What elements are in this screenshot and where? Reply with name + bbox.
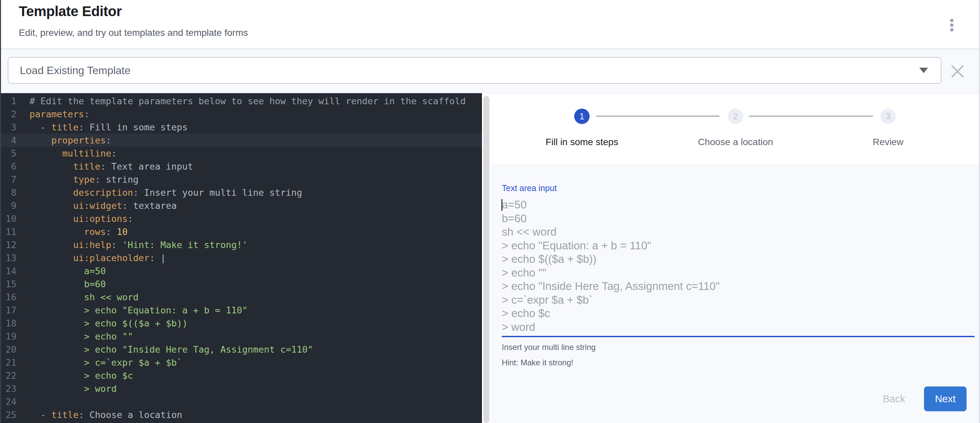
code-text: parameters: <box>16 108 89 120</box>
line-number: 20 <box>1 343 16 356</box>
code-line: 8 description: Insert your multi line st… <box>1 186 482 199</box>
textarea-placeholder-line: > echo $(($a + $b)) <box>502 252 975 266</box>
code-text: ui:help: 'Hint: Make it strong!' <box>16 238 248 251</box>
code-text: > echo $c <box>16 369 133 382</box>
textarea-placeholder-line: sh << word <box>502 225 975 239</box>
form-preview-pane: 1Fill in some steps2Choose a location3Re… <box>491 93 980 423</box>
code-line: 3 - title: Fill in some steps <box>1 120 482 134</box>
code-line: 19 > echo "" <box>1 330 482 343</box>
code-line: 25 - title: Choose a location <box>1 408 482 421</box>
code-line: 14 a=50 <box>1 265 482 277</box>
code-text: multiline: <box>16 147 117 160</box>
close-icon <box>950 64 965 79</box>
page-title: Template Editor <box>19 3 122 19</box>
code-line: 7 type: string <box>1 173 482 186</box>
code-line: 12 ui:help: 'Hint: Make it strong!' <box>1 238 482 251</box>
code-line: 5 multiline: <box>1 147 482 160</box>
textarea-placeholder-line: > echo "Inside Here Tag, Assignment c=11… <box>502 280 975 293</box>
code-line: 2parameters: <box>1 108 482 120</box>
template-editor-page: Template Editor Edit, preview, and try o… <box>0 0 980 423</box>
field-description: Insert your multi line string <box>502 342 975 352</box>
textarea-placeholder-line: > c=`expr $a + $b` <box>502 293 975 307</box>
code-line: 10 ui:options: <box>1 212 482 225</box>
code-text: # Edit the template parameters below to … <box>16 95 466 108</box>
line-number: 6 <box>1 160 16 173</box>
editor-scrollbar-thumb[interactable] <box>483 96 489 423</box>
line-number: 15 <box>1 277 16 291</box>
code-text: - title: Choose a location <box>16 408 182 421</box>
step-circle-2: 2 <box>728 109 743 124</box>
line-number: 14 <box>1 265 16 277</box>
code-text: - title: Fill in some steps <box>16 120 188 134</box>
code-text: > echo "" <box>16 330 133 343</box>
line-number: 23 <box>1 382 16 395</box>
load-template-select[interactable]: Load Existing Template <box>8 57 942 84</box>
kebab-menu-button[interactable] <box>945 16 959 34</box>
code-text: b=60 <box>16 277 106 291</box>
step-circle-1: 1 <box>574 109 590 124</box>
step-connector <box>596 116 719 117</box>
line-number: 22 <box>1 369 16 382</box>
step-label: Choose a location <box>698 137 773 147</box>
code-line: 24 <box>1 395 482 408</box>
header: Template Editor Edit, preview, and try o… <box>1 0 980 49</box>
code-line: 17 > echo "Equation: a + b = 110" <box>1 304 482 317</box>
next-button[interactable]: Next <box>924 387 967 411</box>
code-text: properties: <box>16 134 111 147</box>
code-line: 18 > echo $(($a + $b)) <box>1 317 482 330</box>
code-editor[interactable]: 1# Edit the template parameters below to… <box>1 93 482 423</box>
code-text: ui:widget: textarea <box>16 199 177 212</box>
kebab-icon <box>950 24 953 27</box>
line-number: 10 <box>1 212 16 225</box>
code-line: 23 > word <box>1 382 482 395</box>
code-line: 22 > echo $c <box>1 369 482 382</box>
form-panel: Text area input a=50b=60sh << word> echo… <box>491 164 980 423</box>
line-number: 21 <box>1 356 16 369</box>
code-line: 20 > echo "Inside Here Tag, Assignment c… <box>1 343 482 356</box>
step-label: Review <box>873 137 904 147</box>
editor-scrollbar-track <box>482 93 491 423</box>
code-text <box>16 395 30 408</box>
line-number: 25 <box>1 408 16 421</box>
line-number: 19 <box>1 330 16 343</box>
line-number: 8 <box>1 186 16 199</box>
line-number: 2 <box>1 108 16 120</box>
load-template-select-value: Load Existing Template <box>20 64 919 77</box>
step-circle-3: 3 <box>880 109 896 124</box>
wizard-buttons: Back Next <box>502 387 975 411</box>
step-connector <box>749 116 873 117</box>
stepper: 1Fill in some steps2Choose a location3Re… <box>491 93 980 164</box>
line-number: 24 <box>1 395 16 408</box>
kebab-icon <box>950 28 953 32</box>
line-number: 13 <box>1 251 16 265</box>
textarea-placeholder-line: b=60 <box>502 212 975 226</box>
code-line: 4 properties: <box>1 134 482 147</box>
textarea-placeholder-line: > echo $c <box>502 307 975 320</box>
line-number: 9 <box>1 199 16 212</box>
line-number: 16 <box>1 291 16 304</box>
textarea-placeholder-line: > word <box>502 320 975 334</box>
back-button[interactable]: Back <box>880 393 908 404</box>
textarea-placeholder-line: > echo "" <box>502 266 975 280</box>
page-subtitle: Edit, preview, and try out templates and… <box>19 27 248 38</box>
clear-template-button[interactable] <box>949 63 966 80</box>
code-text: > echo "Equation: a + b = 110" <box>16 304 248 317</box>
code-text: > c=`expr $a + $b` <box>16 356 182 369</box>
line-number: 11 <box>1 225 16 238</box>
code-line: 6 title: Text area input <box>1 160 482 173</box>
code-text: > echo "Inside Here Tag, Assignment c=11… <box>16 343 313 356</box>
line-number: 5 <box>1 147 16 160</box>
code-line: 21 > c=`expr $a + $b` <box>1 356 482 369</box>
input-underline <box>502 336 975 337</box>
chevron-down-icon <box>919 68 928 73</box>
line-number: 7 <box>1 173 16 186</box>
code-text: rows: 10 <box>16 225 128 238</box>
line-number: 12 <box>1 238 16 251</box>
code-line: 11 rows: 10 <box>1 225 482 238</box>
line-number: 18 <box>1 317 16 330</box>
line-number: 17 <box>1 304 16 317</box>
textarea-input[interactable]: a=50b=60sh << word> echo "Equation: a + … <box>502 198 975 334</box>
code-text: ui:options: <box>16 212 133 225</box>
code-line: 13 ui:placeholder: | <box>1 251 482 265</box>
field-help-text: Hint: Make it strong! <box>502 358 975 368</box>
